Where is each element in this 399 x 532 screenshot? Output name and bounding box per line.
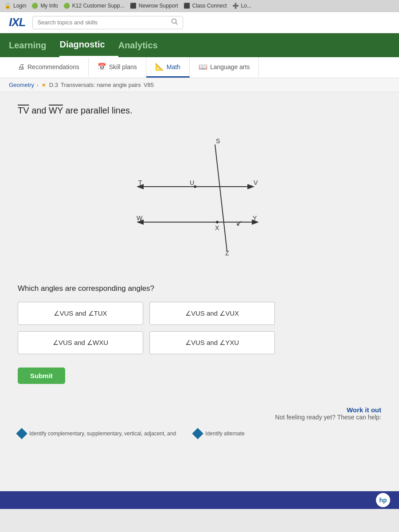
skill-plans-icon: 📅 (98, 63, 106, 71)
nav-tab-diagnostic[interactable]: Diagnostic (59, 33, 118, 57)
breadcrumb: Geometry › ★ D.3 Transversals: name angl… (0, 78, 399, 92)
sub-nav: 🖨 Recommendations 📅 Skill plans 📐 Math 📖… (0, 57, 399, 78)
main-nav: Learning Diagnostic Analytics (0, 33, 399, 57)
submit-button[interactable]: Submit (18, 368, 65, 384)
svg-line-1 (176, 23, 178, 24)
tab-classconnect[interactable]: ⬛ Class Connect (184, 3, 227, 9)
svg-text:T: T (138, 179, 142, 186)
support-icon: 🟢 (63, 3, 70, 9)
svg-text:S: S (216, 137, 220, 145)
chevron-icon: › (37, 82, 39, 88)
class-icon: ⬛ (184, 3, 190, 9)
line-tv: TV (18, 106, 29, 115)
header: IXL (0, 12, 399, 33)
breadcrumb-subject[interactable]: Geometry (9, 82, 34, 88)
sub-nav-skill-plans[interactable]: 📅 Skill plans (89, 57, 146, 78)
tab-other[interactable]: ➕ Lo... (232, 3, 251, 9)
breadcrumb-skill-code: D.3 (49, 82, 58, 88)
choice-c[interactable]: ∠VUS and ∠WXU (18, 331, 143, 354)
choice-a[interactable]: ∠VUS and ∠TUX (18, 302, 143, 325)
hp-logo: hp (376, 493, 390, 507)
ixl-logo: IXL (9, 16, 25, 29)
helper-link-1[interactable]: Identify complementary, supplementary, v… (18, 430, 176, 438)
work-it-out-section: Work it out Not feeling ready yet? These… (18, 406, 381, 421)
math-icon: 📐 (155, 63, 164, 71)
svg-text:Y: Y (253, 215, 257, 222)
search-input[interactable] (37, 19, 168, 26)
geometry-diagram: T V W Y S U X Z ↙ (129, 129, 270, 271)
recommendations-icon: 🖨 (18, 63, 25, 71)
star-icon: ★ (41, 82, 47, 88)
question-prompt: Which angles are corresponding angles? (18, 284, 381, 293)
search-bar[interactable] (32, 16, 183, 29)
svg-text:Z: Z (225, 250, 229, 257)
main-content: TV and WY are parallel lines. T V (0, 92, 399, 491)
helper-links: Identify complementary, supplementary, v… (18, 430, 381, 438)
svg-text:X: X (215, 224, 219, 231)
tab-newrow[interactable]: ⬛ Newrow Support (130, 3, 178, 9)
nav-tab-learning[interactable]: Learning (9, 34, 59, 57)
svg-point-9 (216, 221, 219, 223)
diagram-container: T V W Y S U X Z ↙ (18, 129, 381, 271)
tab-k12[interactable]: 🟢 K12 Customer Supp... (63, 3, 125, 9)
breadcrumb-skill-label: Transversals: name angle pairs (61, 82, 141, 88)
svg-line-10 (215, 145, 227, 251)
diamond-icon-2 (192, 428, 203, 439)
browser-bar: 🔓 Login 🟢 My Info 🟢 K12 Customer Supp...… (0, 0, 399, 12)
sub-nav-language-arts[interactable]: 📖 Language arts (190, 57, 259, 78)
svg-text:↙: ↙ (236, 219, 243, 227)
choice-b[interactable]: ∠VUS and ∠VUX (149, 302, 275, 325)
breadcrumb-grade: V85 (144, 82, 154, 88)
info-icon: 🟢 (31, 3, 38, 9)
tab-login[interactable]: 🔓 Login (4, 3, 26, 9)
language-arts-icon: 📖 (199, 63, 207, 71)
nav-tab-analytics[interactable]: Analytics (118, 34, 171, 57)
sub-nav-math[interactable]: 📐 Math (146, 57, 190, 78)
work-it-out-subtitle: Not feeling ready yet? These can help: (18, 414, 381, 421)
line-wy: WY (49, 106, 63, 115)
tab-icon: ➕ (232, 3, 239, 9)
sub-nav-recommendations[interactable]: 🖨 Recommendations (9, 58, 89, 78)
svg-text:W: W (137, 215, 143, 222)
search-icon (171, 18, 178, 27)
diamond-icon-1 (16, 428, 27, 439)
answer-grid: ∠VUS and ∠TUX ∠VUS and ∠VUX ∠VUS and ∠WX… (18, 302, 275, 354)
newrow-icon: ⬛ (130, 3, 137, 9)
helper-link-2[interactable]: Identify alternate (194, 430, 245, 438)
svg-text:U: U (190, 179, 194, 186)
footer: hp (0, 491, 399, 509)
login-icon: 🔓 (4, 3, 11, 9)
tab-myinfo[interactable]: 🟢 My Info (31, 3, 58, 9)
choice-d[interactable]: ∠VUS and ∠YXU (149, 331, 275, 354)
question-intro: TV and WY are parallel lines. (18, 106, 381, 116)
work-it-out-title: Work it out (18, 406, 381, 414)
svg-text:V: V (254, 179, 258, 186)
